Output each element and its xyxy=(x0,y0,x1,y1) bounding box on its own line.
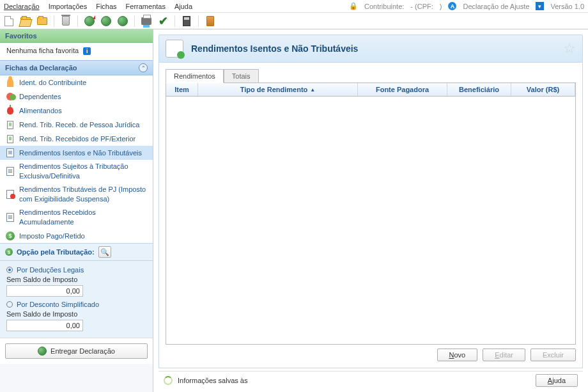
globe-receive-icon[interactable] xyxy=(100,15,112,27)
trash-icon[interactable] xyxy=(59,15,72,27)
page-doc-icon xyxy=(166,40,183,58)
ficha-label: Ident. do Contribuinte xyxy=(19,78,86,88)
contribuinte-label: Contribuinte: xyxy=(364,3,404,10)
info-icon[interactable]: i xyxy=(83,47,91,55)
version-icon: ▾ xyxy=(536,2,544,10)
menu-ferramentas[interactable]: Ferramentas xyxy=(126,3,166,10)
ficha-label: Rend. Trib. Receb. de Pessoa Jurídica xyxy=(19,120,139,130)
folder-icon[interactable] xyxy=(36,15,49,27)
ficha-label: Rend. Trib. Recebidos de PF/Exterior xyxy=(19,134,135,144)
toolbar: ✔ xyxy=(0,13,588,29)
opcao-body: Por Deduções Legais Sem Saldo de Imposto… xyxy=(0,261,153,338)
ficha-rend-exclusiva[interactable]: Rendimentos Sujeitos à Tributação Exclus… xyxy=(0,160,153,183)
doc-blue-icon xyxy=(5,166,15,176)
ficha-label: Rendimentos Tributáveis de PJ (Imposto c… xyxy=(19,185,148,204)
ficha-rend-acumulado[interactable]: Rendimentos Recebidos Acumuladamente xyxy=(0,206,153,229)
novo-button[interactable]: Novo xyxy=(437,349,478,361)
opt2-value: 0,00 xyxy=(6,320,83,331)
tab-rendimentos[interactable]: Rendimentos xyxy=(166,69,224,83)
ficha-imposto-pago[interactable]: $Imposto Pago/Retido xyxy=(0,229,153,243)
fichas-list: Ident. do Contribuinte Dependentes Alime… xyxy=(0,75,153,243)
sort-asc-icon: ▲ xyxy=(310,87,315,93)
globe-send-icon[interactable] xyxy=(83,15,96,27)
cpf-label: - (CPF: xyxy=(410,3,433,10)
sidebar: Favoritos Nenhuma ficha favorita i Ficha… xyxy=(0,29,153,392)
open-folder-icon[interactable] xyxy=(19,15,32,27)
menubar: Declaração Importações Fichas Ferramenta… xyxy=(0,0,588,13)
col-tipo-label: Tipo de Rendimento xyxy=(240,86,308,93)
ficha-ident-contribuinte[interactable]: Ident. do Contribuinte xyxy=(0,75,153,90)
favoritos-body: Nenhuma ficha favorita i xyxy=(0,43,153,60)
doc-blue-icon xyxy=(5,148,15,158)
ficha-rend-pj[interactable]: Rend. Trib. Receb. de Pessoa Jurídica xyxy=(0,118,153,132)
col-tipo[interactable]: Tipo de Rendimento▲ xyxy=(198,83,358,96)
calculator-icon[interactable] xyxy=(180,15,193,27)
content-header: Rendimentos Isentos e Não Tributáveis ☆ xyxy=(159,35,583,63)
collapse-icon[interactable]: ⌃ xyxy=(139,63,148,72)
ficha-alimentandos[interactable]: Alimentandos xyxy=(0,104,153,118)
ficha-rend-pj-suspensa[interactable]: Rendimentos Tributáveis de PJ (Imposto c… xyxy=(0,183,153,206)
menu-declaracao[interactable]: Declaração xyxy=(4,3,40,10)
favoritos-title: Favoritos xyxy=(5,32,37,40)
opt1-value: 0,00 xyxy=(6,285,83,297)
tab-totais[interactable]: Totais xyxy=(224,69,259,83)
menu-importacoes[interactable]: Importações xyxy=(49,3,88,10)
radio-off-icon xyxy=(6,301,13,308)
new-doc-icon[interactable] xyxy=(3,15,15,27)
ficha-label: Imposto Pago/Retido xyxy=(19,231,85,241)
coin-icon: $ xyxy=(5,248,13,256)
table: Item Tipo de Rendimento▲ Fonte Pagadora … xyxy=(166,82,576,345)
doc-green-icon xyxy=(5,120,15,130)
ficha-label: Alimentandos xyxy=(19,106,62,116)
entregar-button[interactable]: Entregar Declaração xyxy=(5,343,148,359)
excluir-button[interactable]: Excluir xyxy=(530,349,576,361)
opt-deducoes[interactable]: Por Deduções Legais xyxy=(6,265,146,275)
ficha-label: Rendimentos Isentos e Não Tributáveis xyxy=(19,148,142,158)
main: Rendimentos Isentos e Não Tributáveis ☆ … xyxy=(153,29,588,392)
favoritos-header[interactable]: Favoritos xyxy=(0,29,153,43)
ficha-dependentes[interactable]: Dependentes xyxy=(0,90,153,104)
editar-button[interactable]: Editar xyxy=(483,349,525,361)
opt2-sub: Sem Saldo de Imposto xyxy=(6,310,146,318)
ficha-label: Rendimentos Recebidos Acumuladamente xyxy=(19,208,148,227)
ajuda-button[interactable]: Ajuda xyxy=(536,374,578,387)
opt-simplificado[interactable]: Por Desconto Simplificado xyxy=(6,299,146,310)
table-actions: Novo Editar Excluir xyxy=(166,345,576,361)
fichas-title: Fichas da Declaração xyxy=(5,64,77,72)
col-fonte[interactable]: Fonte Pagadora xyxy=(358,83,447,96)
table-header: Item Tipo de Rendimento▲ Fonte Pagadora … xyxy=(166,83,575,97)
magnify-button[interactable]: 🔍 xyxy=(98,246,111,258)
doc-green-icon xyxy=(5,134,15,144)
declaracao-tipo: Declaração de Ajuste xyxy=(463,3,529,10)
radio-on-icon xyxy=(6,267,13,273)
opcao-tributacao-bar: $ Opção pela Tributação: 🔍 xyxy=(0,243,153,261)
clipboard-icon[interactable] xyxy=(204,15,217,27)
ajuste-badge-icon: A xyxy=(448,2,456,10)
opcao-title: Opção pela Tributação: xyxy=(17,248,95,256)
menu-fichas[interactable]: Fichas xyxy=(96,3,116,10)
favorite-star-icon[interactable]: ☆ xyxy=(563,40,576,57)
doc-blue-icon xyxy=(5,212,15,223)
menu-ajuda[interactable]: Ajuda xyxy=(174,3,192,10)
table-body xyxy=(166,97,575,344)
ficha-rend-isentos[interactable]: Rendimentos Isentos e Não Tributáveis xyxy=(0,146,153,160)
fav-empty-text: Nenhuma ficha favorita xyxy=(6,47,79,54)
opt1-sub: Sem Saldo de Imposto xyxy=(6,275,146,284)
check-icon[interactable]: ✔ xyxy=(157,15,169,27)
col-valor[interactable]: Valor (R$) xyxy=(511,83,575,96)
version-text: Versão 1.0 xyxy=(550,3,584,10)
fichas-header[interactable]: Fichas da Declaração ⌃ xyxy=(0,60,153,75)
ficha-label: Dependentes xyxy=(19,92,61,102)
spinner-icon xyxy=(164,376,173,385)
person-icon xyxy=(5,77,15,88)
editar-rest: ditar xyxy=(500,351,513,359)
ficha-rend-pf[interactable]: Rend. Trib. Recebidos de PF/Exterior xyxy=(0,132,153,146)
tabs: Rendimentos Totais xyxy=(166,69,576,83)
globe-icon[interactable] xyxy=(116,15,129,27)
col-item[interactable]: Item xyxy=(166,83,198,96)
content-body: Rendimentos Totais Item Tipo de Rendimen… xyxy=(159,63,583,368)
persons-icon xyxy=(5,91,15,102)
page-title: Rendimentos Isentos e Não Tributáveis xyxy=(191,43,358,54)
col-beneficiario[interactable]: Beneficiário xyxy=(447,83,511,96)
print-icon[interactable] xyxy=(140,15,153,27)
